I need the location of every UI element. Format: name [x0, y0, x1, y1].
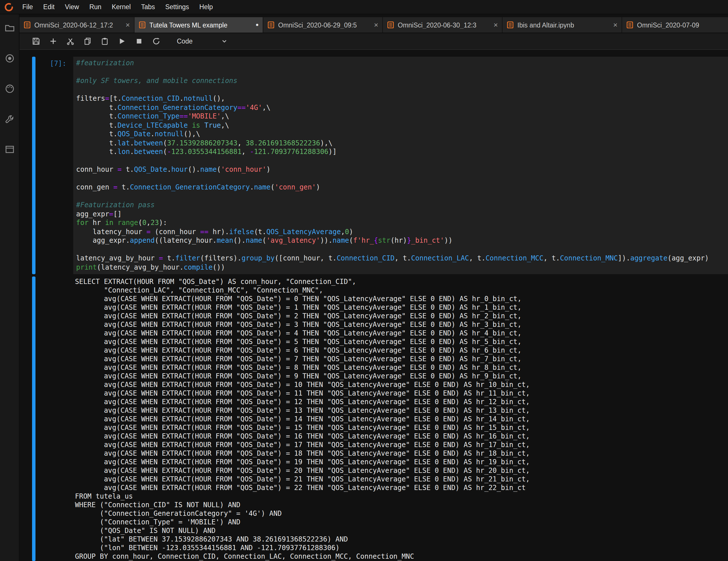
menu-item-settings[interactable]: Settings — [160, 0, 194, 14]
copy-icon[interactable] — [81, 35, 94, 48]
tab-omnisci-2020-06-30-12-3[interactable]: OmniSci_2020-06-30_12:3× — [383, 17, 502, 33]
output-prompt — [35, 276, 73, 561]
notebook-icon — [507, 21, 514, 29]
output-line: avg(CASE WHEN EXTRACT(HOUR FROM "QOS_Dat… — [75, 303, 728, 312]
output-line: avg(CASE WHEN EXTRACT(HOUR FROM "QOS_Dat… — [75, 415, 728, 424]
tab-close-icon[interactable]: × — [494, 21, 498, 29]
output-line: ("lat" BETWEEN 37.15392886207343 AND 38.… — [75, 535, 728, 544]
menu-items: FileEditViewRunKernelTabsSettingsHelp — [17, 0, 218, 14]
tab-label: OmniSci_2020-07-09 — [637, 21, 728, 28]
tab-label: Ibis and Altair.ipynb — [517, 21, 609, 28]
app-logo — [0, 2, 17, 12]
tab-ibis-and-altair-ipynb[interactable]: Ibis and Altair.ipynb× — [503, 17, 622, 33]
output-line: avg(CASE WHEN EXTRACT(HOUR FROM "QOS_Dat… — [75, 424, 728, 432]
code-line: t.lon.between(-123.0355344156881, -121.7… — [76, 148, 728, 157]
menu-item-help[interactable]: Help — [194, 0, 218, 14]
menu-item-kernel[interactable]: Kernel — [106, 0, 136, 14]
notebook-toolbar: Code — [19, 33, 728, 50]
output-collapser[interactable] — [32, 276, 35, 561]
code-line — [76, 174, 728, 183]
property-inspector-icon[interactable] — [4, 113, 15, 125]
save-icon[interactable] — [29, 35, 43, 48]
output-line: avg(CASE WHEN EXTRACT(HOUR FROM "QOS_Dat… — [75, 295, 728, 303]
output-line: WHERE ("Connection_CID" IS NOT NULL) AND — [75, 501, 728, 509]
code-line: latency_avg_by_hour = t.filter(filters).… — [76, 254, 728, 263]
tab-close-icon[interactable]: × — [126, 21, 130, 29]
output-text-area: SELECT EXTRACT(HOUR FROM "QOS_Date") AS … — [73, 276, 728, 561]
output-line: avg(CASE WHEN EXTRACT(HOUR FROM "QOS_Dat… — [75, 346, 728, 355]
file-browser-icon[interactable] — [4, 22, 15, 34]
code-line: t.Device_LTECapable is True,\ — [76, 121, 728, 130]
stop-icon[interactable] — [132, 35, 146, 48]
code-line — [76, 245, 728, 254]
tab-close-icon[interactable]: × — [374, 21, 378, 29]
running-sessions-icon[interactable] — [4, 53, 15, 64]
code-line — [76, 192, 728, 201]
code-line: #featurization — [76, 59, 728, 68]
menu-bar: FileEditViewRunKernelTabsSettingsHelp — [0, 0, 728, 14]
code-line: latency_hour = (conn_hour == hr).ifelse(… — [76, 228, 728, 236]
menu-item-file[interactable]: File — [17, 0, 38, 14]
tab-omnisci-2020-07-09[interactable]: OmniSci_2020-07-09 — [622, 17, 728, 33]
tab-omnisci-2020-06-12-17-2[interactable]: OmniSci_2020-06-12_17:2× — [19, 17, 134, 33]
output-line: GROUP BY conn_hour, Connection_CID, Conn… — [75, 552, 728, 561]
code-line: conn_hour = t.QOS_Date.hour().name('conn… — [76, 165, 728, 174]
code-line: t.lat.between(37.15392886207343, 38.2616… — [76, 139, 728, 148]
output-line: avg(CASE WHEN EXTRACT(HOUR FROM "QOS_Dat… — [75, 406, 728, 415]
menu-item-run[interactable]: Run — [84, 0, 106, 14]
menu-item-view[interactable]: View — [60, 0, 84, 14]
output-line: avg(CASE WHEN EXTRACT(HOUR FROM "QOS_Dat… — [75, 484, 728, 492]
code-line — [76, 86, 728, 94]
code-editor[interactable]: #featurization #only SF towers, and mobi… — [73, 57, 728, 274]
paste-icon[interactable] — [98, 35, 112, 48]
output-line: avg(CASE WHEN EXTRACT(HOUR FROM "QOS_Dat… — [75, 312, 728, 321]
code-line: print(latency_avg_by_hour.compile()) — [76, 263, 728, 272]
execution-prompt: [7]: — [35, 57, 73, 274]
tab-label: OmniSci_2020-06-30_12:3 — [398, 21, 489, 28]
cut-icon[interactable] — [64, 35, 77, 48]
output-line: avg(CASE WHEN EXTRACT(HOUR FROM "QOS_Dat… — [75, 372, 728, 381]
restart-kernel-icon[interactable] — [149, 35, 163, 48]
tab-bar: OmniSci_2020-06-12_17:2× Tutela Towers M… — [19, 17, 728, 33]
output-line: avg(CASE WHEN EXTRACT(HOUR FROM "QOS_Dat… — [75, 329, 728, 338]
left-sidebar — [0, 14, 19, 561]
output-line: avg(CASE WHEN EXTRACT(HOUR FROM "QOS_Dat… — [75, 449, 728, 458]
add-cell-icon[interactable] — [46, 35, 60, 48]
code-line: t.QOS_Date.notnull(),\ — [76, 130, 728, 139]
output-line: ("Connection_Type" = 'MOBILE') AND — [75, 518, 728, 527]
output-line: avg(CASE WHEN EXTRACT(HOUR FROM "QOS_Dat… — [75, 398, 728, 406]
open-tabs-icon[interactable] — [4, 144, 15, 155]
output-line: avg(CASE WHEN EXTRACT(HOUR FROM "QOS_Dat… — [75, 364, 728, 372]
omnisci-logo-icon — [4, 2, 13, 12]
tab-omnisci-2020-06-29-09-5[interactable]: OmniSci_2020-06-29_09:5× — [263, 17, 382, 33]
dock-panel: OmniSci_2020-06-12_17:2× Tutela Towers M… — [19, 14, 728, 561]
output-line: avg(CASE WHEN EXTRACT(HOUR FROM "QOS_Dat… — [75, 432, 728, 441]
code-line: t.Connection_Type=='MOBILE',\ — [76, 112, 728, 121]
output-line: ("Connection_GenerationCategory" = '4G')… — [75, 509, 728, 518]
tab-close-icon[interactable]: × — [613, 21, 618, 29]
cell-type-dropdown[interactable]: Code — [175, 35, 230, 47]
tab-label: Tutela Towers ML example — [149, 21, 251, 28]
command-palette-icon[interactable] — [4, 83, 15, 94]
notebook-icon — [267, 21, 275, 29]
notebook-icon — [387, 21, 394, 29]
output-line: "Connection_LAC", "Connection_MCC", "Con… — [75, 286, 728, 295]
code-line: filters=[t.Connection_CID.notnull(), — [76, 94, 728, 103]
code-line — [76, 157, 728, 165]
menu-item-tabs[interactable]: Tabs — [136, 0, 160, 14]
run-icon[interactable] — [115, 35, 129, 48]
code-line: agg_expr=[] — [76, 210, 728, 219]
output-line: avg(CASE WHEN EXTRACT(HOUR FROM "QOS_Dat… — [75, 389, 728, 398]
cell-type-value: Code — [177, 38, 193, 45]
chevron-down-icon — [221, 38, 227, 44]
output-line: FROM tutela_us — [75, 492, 728, 501]
menu-item-edit[interactable]: Edit — [38, 0, 60, 14]
cell-output: SELECT EXTRACT(HOUR FROM "QOS_Date") AS … — [19, 276, 728, 561]
tab-label: OmniSci_2020-06-12_17:2 — [34, 21, 121, 28]
tab-tutela-towers-ml-example[interactable]: Tutela Towers ML example● — [134, 17, 263, 33]
notebook-icon — [23, 21, 31, 29]
output-line: avg(CASE WHEN EXTRACT(HOUR FROM "QOS_Dat… — [75, 458, 728, 467]
input-collapser[interactable] — [32, 57, 35, 274]
output-line: avg(CASE WHEN EXTRACT(HOUR FROM "QOS_Dat… — [75, 467, 728, 475]
code-line: agg_expr.append((latency_hour.mean().nam… — [76, 236, 728, 245]
